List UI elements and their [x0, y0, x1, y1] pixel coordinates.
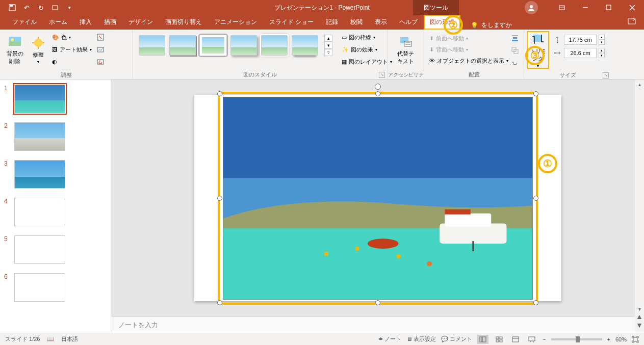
dialog-launcher[interactable]: ↘ [603, 72, 609, 78]
tab-insert[interactable]: 挿入 [73, 15, 98, 30]
spin-up[interactable]: ▴ [599, 35, 605, 40]
color-button[interactable]: 🎨色 ▾ [50, 32, 94, 43]
group-button[interactable] [509, 45, 521, 56]
gallery-more-button[interactable]: ▿ [324, 49, 332, 56]
rotate-button[interactable] [509, 57, 521, 68]
next-slide-button[interactable]: ⯆ [635, 323, 643, 331]
transparency-button[interactable]: ◐ [50, 56, 94, 67]
resize-handle-se[interactable] [533, 300, 538, 305]
slide-thumbnail-3[interactable] [14, 160, 65, 189]
width-input[interactable] [564, 48, 597, 58]
spin-down[interactable]: ▾ [599, 40, 605, 45]
zoom-level[interactable]: 60% [615, 336, 627, 342]
prev-slide-button[interactable]: ⯅ [635, 314, 643, 323]
height-field[interactable]: ▴▾ [553, 35, 605, 45]
bring-forward-button[interactable]: ⬆前面へ移動 ▾ [427, 33, 521, 44]
tell-me-search[interactable]: 💡 をしますか [471, 21, 512, 30]
change-picture-button[interactable] [95, 44, 106, 55]
resize-handle-n[interactable] [375, 91, 380, 96]
resize-handle-w[interactable] [217, 196, 222, 201]
comments-button[interactable]: 💬 コメント [441, 335, 472, 343]
tab-home[interactable]: ホーム [43, 15, 73, 30]
artistic-effects-button[interactable]: 🖼アート効果 ▾ [50, 44, 94, 55]
undo-button[interactable]: ↶ [20, 2, 33, 14]
style-item[interactable] [200, 35, 226, 56]
style-item[interactable] [169, 35, 196, 56]
zoom-handle[interactable] [576, 336, 580, 342]
reading-view-button[interactable] [510, 335, 521, 344]
redo-button[interactable]: ↻ [35, 2, 47, 14]
normal-view-button[interactable] [477, 335, 488, 344]
scroll-down-button[interactable]: ▾ [635, 306, 643, 314]
tab-design[interactable]: デザイン [122, 15, 159, 30]
picture-layout-button[interactable]: ▦図のレイアウト ▾ [340, 56, 394, 67]
tab-draw[interactable]: 描画 [98, 15, 122, 30]
align-button[interactable] [509, 33, 521, 44]
picture-effects-button[interactable]: ✨図の効果 ▾ [340, 44, 394, 55]
selected-picture[interactable] [220, 94, 536, 303]
share-button[interactable] [628, 17, 637, 25]
gallery-up-button[interactable]: ▴ [324, 35, 332, 42]
dialog-launcher[interactable]: ↘ [379, 72, 385, 78]
tab-transitions[interactable]: 画面切り替え [159, 15, 208, 30]
height-input[interactable] [564, 35, 597, 45]
resize-handle-nw[interactable] [217, 91, 222, 96]
zoom-slider[interactable] [551, 338, 602, 340]
send-backward-button[interactable]: ⬇背面へ移動 ▾ [427, 44, 521, 55]
remove-background-button[interactable]: 背景の 削除 [3, 32, 27, 68]
display-settings-button[interactable]: 🖥 表示設定 [406, 335, 436, 343]
resize-handle-e[interactable] [533, 196, 538, 201]
selection-pane-button[interactable]: 👁オブジェクトの選択と表示 ▾ [427, 55, 521, 66]
qat-customize-icon[interactable]: ▾ [63, 2, 75, 14]
scroll-up-button[interactable]: ▴ [635, 82, 643, 90]
slide-counter[interactable]: スライド 1/26 [5, 335, 40, 343]
slide-thumbnails-pane[interactable]: 1 2 3 4 5 6 [0, 79, 111, 333]
tab-animations[interactable]: アニメーション [208, 15, 263, 30]
width-field[interactable]: ▴▾ [553, 48, 605, 58]
style-item[interactable] [261, 35, 288, 56]
spin-down[interactable]: ▾ [599, 53, 605, 58]
slide-thumbnail-2[interactable] [14, 122, 65, 151]
tab-record[interactable]: 記録 [320, 15, 344, 30]
slideshow-button[interactable] [526, 335, 537, 344]
slide-thumbnail-6[interactable] [14, 273, 65, 302]
slide-thumbnail-5[interactable] [14, 235, 65, 264]
slide-canvas[interactable] [111, 79, 644, 316]
style-item[interactable] [139, 35, 165, 56]
style-item[interactable] [292, 35, 318, 56]
tab-picture-format[interactable]: 図の形式 [424, 15, 460, 30]
tab-file[interactable]: ファイル [6, 15, 43, 30]
slide-sorter-button[interactable] [494, 335, 505, 344]
resize-handle-sw[interactable] [217, 300, 222, 305]
rotation-handle[interactable] [375, 84, 381, 90]
notes-toggle[interactable]: ≐ ノート [378, 335, 401, 343]
picture-styles-gallery[interactable]: ▴ ▾ ▿ [136, 32, 336, 59]
spin-up[interactable]: ▴ [599, 48, 605, 53]
tab-slideshow[interactable]: スライド ショー [263, 15, 320, 30]
start-from-beginning-button[interactable] [49, 2, 61, 14]
tab-help[interactable]: ヘルプ [393, 15, 424, 30]
ribbon-display-button[interactable] [550, 0, 574, 15]
slide-thumbnail-1[interactable] [14, 85, 65, 113]
picture-border-button[interactable]: ▭図の枠線 ▾ [340, 32, 394, 43]
zoom-out-button[interactable]: − [543, 336, 546, 342]
notes-pane[interactable]: ノートを入力 [111, 316, 644, 333]
vertical-scrollbar[interactable]: ▴ ▾ ⯅ ⯆ [635, 79, 644, 333]
minimize-button[interactable] [574, 0, 597, 15]
zoom-in-button[interactable]: + [607, 336, 610, 342]
alt-text-button[interactable]: 代替テ キスト [391, 32, 421, 68]
gallery-down-button[interactable]: ▾ [324, 42, 332, 49]
tab-view[interactable]: 表示 [369, 15, 393, 30]
spellcheck-icon[interactable]: 📖 [47, 336, 54, 342]
collapse-ribbon-button[interactable]: ˆ [633, 336, 641, 344]
corrections-button[interactable]: 修整 ▾ [28, 32, 49, 68]
compress-pictures-button[interactable] [95, 32, 106, 43]
maximize-button[interactable] [597, 0, 621, 15]
tab-review[interactable]: 校閲 [344, 15, 369, 30]
reset-picture-button[interactable] [95, 56, 106, 67]
resize-handle-s[interactable] [375, 300, 380, 305]
style-item[interactable] [230, 35, 257, 56]
slide-thumbnail-4[interactable] [14, 198, 65, 226]
account-avatar[interactable] [525, 1, 538, 14]
current-slide[interactable] [194, 95, 561, 301]
